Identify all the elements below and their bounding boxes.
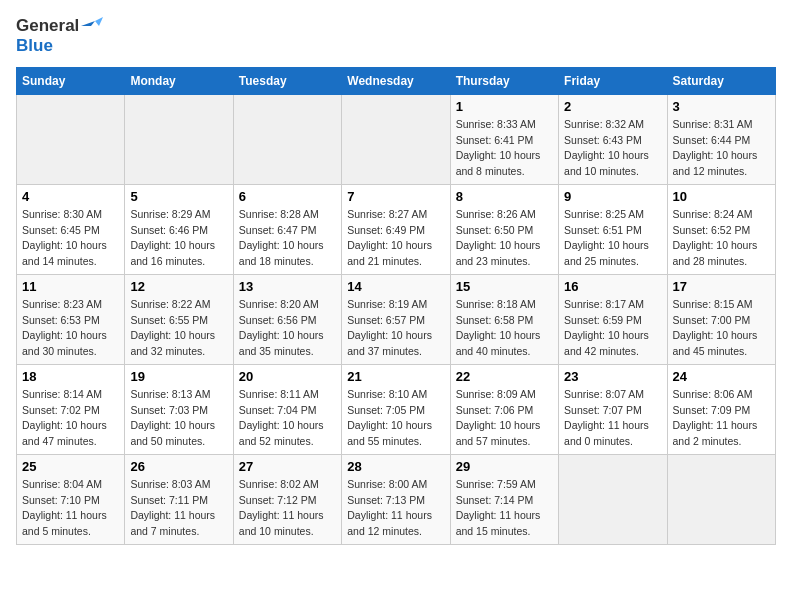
day-number: 11 [22, 279, 119, 294]
calendar-cell: 26Sunrise: 8:03 AMSunset: 7:11 PMDayligh… [125, 454, 233, 544]
calendar-cell: 3Sunrise: 8:31 AMSunset: 6:44 PMDaylight… [667, 94, 775, 184]
logo-bird-icon [81, 17, 103, 35]
col-header-monday: Monday [125, 67, 233, 94]
calendar-cell [559, 454, 667, 544]
day-number: 15 [456, 279, 553, 294]
day-info: Sunrise: 8:32 AMSunset: 6:43 PMDaylight:… [564, 117, 661, 180]
day-info: Sunrise: 8:22 AMSunset: 6:55 PMDaylight:… [130, 297, 227, 360]
day-info: Sunrise: 8:13 AMSunset: 7:03 PMDaylight:… [130, 387, 227, 450]
calendar-cell [17, 94, 125, 184]
col-header-sunday: Sunday [17, 67, 125, 94]
day-info: Sunrise: 8:00 AMSunset: 7:13 PMDaylight:… [347, 477, 444, 540]
day-number: 8 [456, 189, 553, 204]
day-number: 21 [347, 369, 444, 384]
calendar-cell [125, 94, 233, 184]
day-info: Sunrise: 8:30 AMSunset: 6:45 PMDaylight:… [22, 207, 119, 270]
day-info: Sunrise: 8:09 AMSunset: 7:06 PMDaylight:… [456, 387, 553, 450]
calendar-cell: 28Sunrise: 8:00 AMSunset: 7:13 PMDayligh… [342, 454, 450, 544]
logo-general: General [16, 16, 79, 36]
day-number: 24 [673, 369, 770, 384]
calendar-cell: 5Sunrise: 8:29 AMSunset: 6:46 PMDaylight… [125, 184, 233, 274]
calendar-cell: 14Sunrise: 8:19 AMSunset: 6:57 PMDayligh… [342, 274, 450, 364]
calendar-cell: 18Sunrise: 8:14 AMSunset: 7:02 PMDayligh… [17, 364, 125, 454]
day-info: Sunrise: 8:27 AMSunset: 6:49 PMDaylight:… [347, 207, 444, 270]
day-info: Sunrise: 8:07 AMSunset: 7:07 PMDaylight:… [564, 387, 661, 450]
day-info: Sunrise: 8:17 AMSunset: 6:59 PMDaylight:… [564, 297, 661, 360]
calendar-week-4: 18Sunrise: 8:14 AMSunset: 7:02 PMDayligh… [17, 364, 776, 454]
day-number: 10 [673, 189, 770, 204]
day-number: 25 [22, 459, 119, 474]
calendar-cell: 1Sunrise: 8:33 AMSunset: 6:41 PMDaylight… [450, 94, 558, 184]
calendar-cell [667, 454, 775, 544]
calendar-week-3: 11Sunrise: 8:23 AMSunset: 6:53 PMDayligh… [17, 274, 776, 364]
day-info: Sunrise: 8:23 AMSunset: 6:53 PMDaylight:… [22, 297, 119, 360]
calendar-week-2: 4Sunrise: 8:30 AMSunset: 6:45 PMDaylight… [17, 184, 776, 274]
day-number: 6 [239, 189, 336, 204]
calendar-table: SundayMondayTuesdayWednesdayThursdayFrid… [16, 67, 776, 545]
day-info: Sunrise: 8:31 AMSunset: 6:44 PMDaylight:… [673, 117, 770, 180]
day-number: 5 [130, 189, 227, 204]
calendar-cell: 20Sunrise: 8:11 AMSunset: 7:04 PMDayligh… [233, 364, 341, 454]
day-info: Sunrise: 8:10 AMSunset: 7:05 PMDaylight:… [347, 387, 444, 450]
day-number: 27 [239, 459, 336, 474]
calendar-cell: 9Sunrise: 8:25 AMSunset: 6:51 PMDaylight… [559, 184, 667, 274]
day-info: Sunrise: 8:25 AMSunset: 6:51 PMDaylight:… [564, 207, 661, 270]
calendar-cell: 2Sunrise: 8:32 AMSunset: 6:43 PMDaylight… [559, 94, 667, 184]
day-number: 13 [239, 279, 336, 294]
calendar-cell: 12Sunrise: 8:22 AMSunset: 6:55 PMDayligh… [125, 274, 233, 364]
day-number: 28 [347, 459, 444, 474]
day-number: 17 [673, 279, 770, 294]
day-number: 12 [130, 279, 227, 294]
day-info: Sunrise: 8:03 AMSunset: 7:11 PMDaylight:… [130, 477, 227, 540]
calendar-cell: 11Sunrise: 8:23 AMSunset: 6:53 PMDayligh… [17, 274, 125, 364]
col-header-tuesday: Tuesday [233, 67, 341, 94]
calendar-cell [233, 94, 341, 184]
day-number: 29 [456, 459, 553, 474]
calendar-cell: 25Sunrise: 8:04 AMSunset: 7:10 PMDayligh… [17, 454, 125, 544]
calendar-cell: 23Sunrise: 8:07 AMSunset: 7:07 PMDayligh… [559, 364, 667, 454]
day-number: 26 [130, 459, 227, 474]
calendar-cell: 27Sunrise: 8:02 AMSunset: 7:12 PMDayligh… [233, 454, 341, 544]
day-number: 3 [673, 99, 770, 114]
calendar-cell: 6Sunrise: 8:28 AMSunset: 6:47 PMDaylight… [233, 184, 341, 274]
calendar-cell: 29Sunrise: 7:59 AMSunset: 7:14 PMDayligh… [450, 454, 558, 544]
day-number: 20 [239, 369, 336, 384]
calendar-cell: 7Sunrise: 8:27 AMSunset: 6:49 PMDaylight… [342, 184, 450, 274]
day-info: Sunrise: 8:24 AMSunset: 6:52 PMDaylight:… [673, 207, 770, 270]
day-info: Sunrise: 8:29 AMSunset: 6:46 PMDaylight:… [130, 207, 227, 270]
day-number: 4 [22, 189, 119, 204]
day-number: 7 [347, 189, 444, 204]
day-info: Sunrise: 8:28 AMSunset: 6:47 PMDaylight:… [239, 207, 336, 270]
day-info: Sunrise: 8:26 AMSunset: 6:50 PMDaylight:… [456, 207, 553, 270]
day-number: 14 [347, 279, 444, 294]
day-number: 2 [564, 99, 661, 114]
day-info: Sunrise: 8:04 AMSunset: 7:10 PMDaylight:… [22, 477, 119, 540]
calendar-week-1: 1Sunrise: 8:33 AMSunset: 6:41 PMDaylight… [17, 94, 776, 184]
calendar-cell: 17Sunrise: 8:15 AMSunset: 7:00 PMDayligh… [667, 274, 775, 364]
day-info: Sunrise: 8:14 AMSunset: 7:02 PMDaylight:… [22, 387, 119, 450]
calendar-cell: 24Sunrise: 8:06 AMSunset: 7:09 PMDayligh… [667, 364, 775, 454]
day-info: Sunrise: 8:18 AMSunset: 6:58 PMDaylight:… [456, 297, 553, 360]
col-header-saturday: Saturday [667, 67, 775, 94]
svg-marker-0 [81, 21, 95, 26]
day-info: Sunrise: 8:02 AMSunset: 7:12 PMDaylight:… [239, 477, 336, 540]
calendar-cell: 13Sunrise: 8:20 AMSunset: 6:56 PMDayligh… [233, 274, 341, 364]
calendar-cell: 15Sunrise: 8:18 AMSunset: 6:58 PMDayligh… [450, 274, 558, 364]
day-number: 18 [22, 369, 119, 384]
day-number: 9 [564, 189, 661, 204]
logo: General Blue [16, 16, 103, 57]
day-info: Sunrise: 8:33 AMSunset: 6:41 PMDaylight:… [456, 117, 553, 180]
col-header-friday: Friday [559, 67, 667, 94]
calendar-cell: 19Sunrise: 8:13 AMSunset: 7:03 PMDayligh… [125, 364, 233, 454]
day-number: 16 [564, 279, 661, 294]
day-number: 22 [456, 369, 553, 384]
calendar-cell: 21Sunrise: 8:10 AMSunset: 7:05 PMDayligh… [342, 364, 450, 454]
calendar-cell: 22Sunrise: 8:09 AMSunset: 7:06 PMDayligh… [450, 364, 558, 454]
day-number: 19 [130, 369, 227, 384]
day-info: Sunrise: 8:15 AMSunset: 7:00 PMDaylight:… [673, 297, 770, 360]
day-info: Sunrise: 8:06 AMSunset: 7:09 PMDaylight:… [673, 387, 770, 450]
col-header-thursday: Thursday [450, 67, 558, 94]
calendar-cell: 4Sunrise: 8:30 AMSunset: 6:45 PMDaylight… [17, 184, 125, 274]
calendar-cell: 16Sunrise: 8:17 AMSunset: 6:59 PMDayligh… [559, 274, 667, 364]
col-header-wednesday: Wednesday [342, 67, 450, 94]
